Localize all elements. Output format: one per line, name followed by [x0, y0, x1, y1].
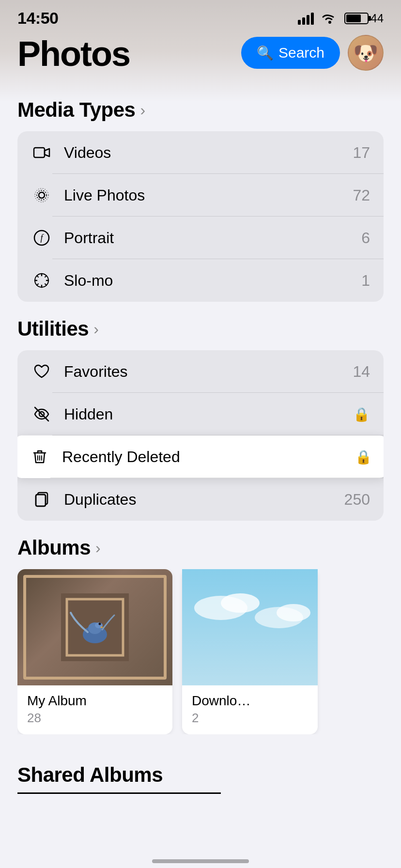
portrait-icon: f — [31, 227, 52, 248]
page-title: Photos — [17, 36, 130, 71]
search-label: Search — [278, 45, 324, 61]
shared-albums-underline — [17, 792, 221, 794]
slomo-label: Slo-mo — [64, 272, 361, 290]
media-type-live-photos[interactable]: Live Photos 72 — [17, 174, 384, 217]
shared-albums-header[interactable]: Shared Albums — [17, 763, 384, 787]
search-icon: 🔍 — [257, 45, 274, 61]
main-content: Media Types › Videos 17 Liv — [0, 79, 401, 799]
utilities-hidden[interactable]: Hidden 🔒 — [17, 393, 384, 435]
svg-rect-34 — [182, 569, 318, 685]
portrait-label: Portrait — [64, 229, 361, 247]
my-album-count: 28 — [27, 711, 163, 726]
video-icon — [31, 142, 52, 163]
svg-rect-1 — [302, 17, 305, 25]
utilities-favorites[interactable]: Favorites 14 — [17, 350, 384, 393]
my-album-thumbnail — [17, 569, 172, 685]
media-type-portrait[interactable]: f Portrait 6 — [17, 217, 384, 259]
duplicates-label: Duplicates — [64, 491, 344, 509]
utilities-duplicates[interactable]: Duplicates 250 — [17, 478, 384, 521]
media-types-title: Media Types — [17, 98, 135, 122]
svg-rect-3 — [311, 13, 314, 25]
signal-icon — [298, 12, 315, 25]
album-my-album[interactable]: My Album 28 — [17, 569, 172, 734]
utilities-header[interactable]: Utilities › — [17, 317, 384, 341]
albums-title: Albums — [17, 536, 91, 559]
utilities-title: Utilities — [17, 317, 89, 341]
header: Photos 🔍 Search 🐶 — [0, 34, 401, 79]
header-right: 🔍 Search 🐶 — [241, 35, 384, 71]
avatar-emoji: 🐶 — [353, 41, 378, 65]
albums-chevron: › — [95, 539, 101, 557]
svg-line-18 — [45, 276, 46, 277]
my-album-name: My Album — [27, 693, 163, 709]
favorites-label: Favorites — [64, 363, 353, 381]
downloads-info: Downlo… 2 — [182, 685, 318, 734]
shared-albums-section: Shared Albums — [17, 749, 384, 799]
downloads-name: Downlo… — [192, 693, 308, 709]
duplicates-count: 250 — [344, 491, 370, 509]
live-photos-count: 72 — [353, 186, 370, 204]
status-bar: 14:50 44 — [0, 0, 401, 32]
wifi-icon — [321, 12, 339, 25]
svg-point-4 — [328, 21, 331, 24]
recently-deleted-lock-icon: 🔒 — [355, 449, 372, 465]
sky-art — [182, 569, 318, 685]
utilities-recently-deleted[interactable]: Recently Deleted 🔒 — [17, 435, 384, 478]
header-left: Photos — [17, 34, 130, 71]
portrait-count: 6 — [361, 229, 370, 247]
live-photo-icon — [31, 185, 52, 206]
status-icons: 44 — [298, 12, 384, 25]
shared-albums-title: Shared Albums — [17, 763, 163, 787]
album-downloads[interactable]: Downlo… 2 — [182, 569, 318, 734]
duplicate-icon — [31, 489, 52, 510]
battery-icon: 44 — [344, 12, 384, 25]
slomo-icon — [31, 270, 52, 291]
svg-rect-0 — [298, 20, 301, 25]
search-button[interactable]: 🔍 Search — [241, 37, 340, 69]
utilities-chevron: › — [93, 320, 99, 338]
svg-line-16 — [37, 276, 38, 277]
status-time: 14:50 — [17, 9, 58, 28]
svg-rect-2 — [307, 15, 309, 25]
favorites-count: 14 — [353, 363, 370, 381]
videos-label: Videos — [64, 144, 353, 162]
media-types-list: Videos 17 Live Photos 72 f P — [17, 131, 384, 302]
downloads-thumbnail — [182, 569, 318, 685]
svg-point-38 — [277, 604, 310, 621]
albums-header[interactable]: Albums › — [17, 536, 384, 559]
svg-point-36 — [221, 593, 260, 613]
live-photos-label: Live Photos — [64, 186, 353, 204]
utilities-list: Favorites 14 Hidden 🔒 — [17, 350, 384, 521]
albums-grid: My Album 28 — [17, 569, 384, 734]
my-album-info: My Album 28 — [17, 685, 172, 734]
trash-icon — [29, 446, 50, 467]
hidden-lock-icon: 🔒 — [353, 406, 370, 422]
svg-text:f: f — [40, 233, 44, 243]
svg-rect-26 — [36, 495, 46, 506]
slomo-count: 1 — [361, 272, 370, 290]
heart-icon — [31, 361, 52, 382]
recently-deleted-label: Recently Deleted — [62, 448, 355, 466]
media-type-videos[interactable]: Videos 17 — [17, 131, 384, 174]
home-indicator — [152, 859, 249, 863]
profile-avatar[interactable]: 🐶 — [348, 35, 384, 71]
hidden-icon — [31, 403, 52, 425]
battery-level: 44 — [370, 12, 384, 25]
media-types-header[interactable]: Media Types › — [17, 98, 384, 122]
videos-count: 17 — [353, 144, 370, 162]
svg-rect-5 — [34, 148, 45, 157]
media-type-slomo[interactable]: Slo-mo 1 — [17, 259, 384, 302]
svg-point-6 — [39, 192, 45, 198]
downloads-count: 2 — [192, 711, 308, 726]
svg-line-19 — [37, 284, 38, 285]
media-types-chevron: › — [140, 101, 145, 119]
svg-line-17 — [45, 284, 46, 285]
hidden-label: Hidden — [64, 405, 353, 423]
